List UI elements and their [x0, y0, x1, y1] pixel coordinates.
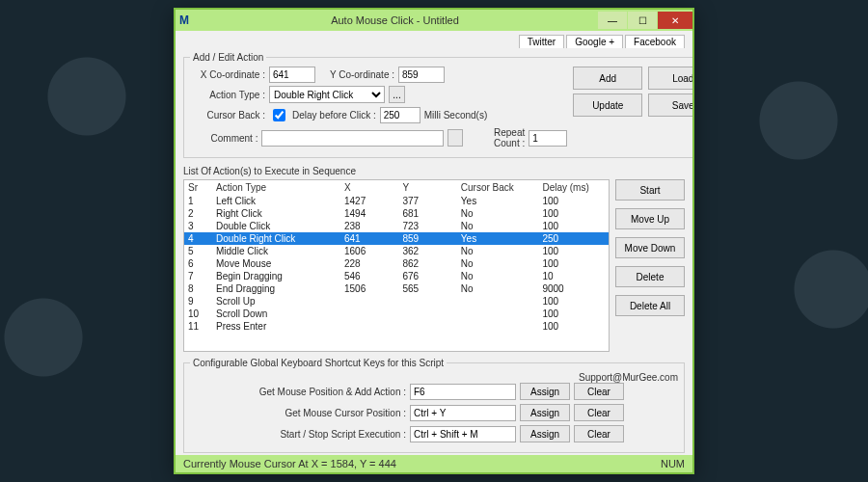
cursor-back-checkbox[interactable]: [273, 109, 285, 121]
start-button[interactable]: Start: [615, 179, 685, 201]
delay-label: Delay before Click :: [292, 110, 376, 120]
cursor-back-label: Cursor Back :: [190, 110, 265, 120]
delay-unit: Milli Second(s): [424, 110, 488, 120]
table-row[interactable]: 8End Dragging1506565No9000: [184, 282, 609, 295]
x-coord-input[interactable]: [269, 67, 315, 83]
y-coord-label: Y Co-ordinate :: [319, 69, 394, 80]
support-link[interactable]: Support@MurGee.com: [190, 372, 678, 383]
load-button[interactable]: Load: [648, 67, 692, 90]
table-row[interactable]: 6Move Mouse228862No100: [184, 257, 609, 270]
add-button[interactable]: Add: [573, 67, 642, 90]
tab-twitter[interactable]: Twitter: [519, 35, 564, 48]
shortcut-label: Get Mouse Cursor Position :: [244, 408, 406, 418]
repeat-label: Repeat Count :: [467, 127, 526, 148]
status-cursor-pos: Currently Mouse Cursor At X = 1584, Y = …: [183, 458, 396, 469]
action-list[interactable]: SrAction TypeXYCursor BackDelay (ms) 1Le…: [183, 179, 610, 352]
add-edit-action-group: Add / Edit Action X Co-ordinate : Y Co-o…: [183, 52, 692, 158]
table-row[interactable]: 11Press Enter100: [184, 320, 609, 333]
status-numlock: NUM: [661, 458, 685, 469]
assign-button[interactable]: Assign: [520, 404, 570, 421]
table-row[interactable]: 9Scroll Up100: [184, 295, 609, 308]
x-coord-label: X Co-ordinate :: [190, 69, 265, 80]
shortcuts-group: Configurable Global Keyboard Shortcut Ke…: [183, 358, 685, 453]
action-type-more-button[interactable]: ...: [389, 86, 405, 103]
table-row[interactable]: 10Scroll Down100: [184, 308, 609, 320]
tab-facebook[interactable]: Facebook: [625, 35, 685, 48]
table-row[interactable]: 3Double Click238723No100: [184, 220, 609, 232]
minimize-button[interactable]: —: [598, 12, 627, 29]
col-header[interactable]: Cursor Back: [457, 180, 539, 195]
list-title: List Of Action(s) to Execute in Sequence: [183, 166, 685, 176]
clear-button[interactable]: Clear: [574, 404, 624, 421]
shortcut-input[interactable]: [410, 426, 516, 442]
comment-label: Comment :: [190, 133, 258, 144]
delete-button[interactable]: Delete: [615, 266, 685, 287]
tab-googleplus[interactable]: Google +: [566, 35, 623, 48]
action-type-label: Action Type :: [190, 90, 265, 100]
table-row[interactable]: 7Begin Dragging546676No10: [184, 270, 609, 282]
app-icon: M: [176, 13, 193, 27]
delete-all-button[interactable]: Delete All: [615, 295, 685, 316]
y-coord-input[interactable]: [398, 67, 445, 83]
shortcut-input[interactable]: [410, 405, 516, 421]
assign-button[interactable]: Assign: [520, 383, 570, 400]
status-bar: Currently Mouse Cursor At X = 1584, Y = …: [176, 455, 692, 472]
move-up-button[interactable]: Move Up: [615, 208, 685, 229]
update-button[interactable]: Update: [573, 94, 642, 117]
col-header[interactable]: Y: [398, 180, 456, 195]
shortcut-label: Get Mouse Position & Add Action :: [244, 387, 406, 397]
delay-input[interactable]: [380, 107, 420, 123]
assign-button[interactable]: Assign: [520, 425, 570, 442]
clear-button[interactable]: Clear: [574, 383, 624, 400]
table-row[interactable]: 1Left Click1427377Yes100: [184, 195, 609, 207]
repeat-input[interactable]: [529, 130, 567, 147]
shortcuts-legend: Configurable Global Keyboard Shortcut Ke…: [190, 358, 447, 368]
action-type-select[interactable]: Double Right Click: [269, 86, 385, 103]
move-down-button[interactable]: Move Down: [615, 237, 685, 258]
table-row[interactable]: 4Double Right Click641859Yes250: [184, 232, 609, 245]
col-header[interactable]: Action Type: [212, 180, 340, 195]
comment-input[interactable]: [261, 130, 444, 147]
save-button[interactable]: Save: [648, 94, 692, 117]
shortcut-label: Start / Stop Script Execution :: [244, 429, 406, 440]
table-row[interactable]: 2Right Click1494681No100: [184, 207, 609, 220]
app-window: M Auto Mouse Click - Untitled — ☐ ✕ Twit…: [174, 8, 694, 474]
col-header[interactable]: Delay (ms): [538, 180, 609, 195]
shortcut-input[interactable]: [410, 384, 516, 400]
col-header[interactable]: Sr: [184, 180, 212, 195]
col-header[interactable]: X: [340, 180, 398, 195]
social-tabs: Twitter Google + Facebook: [183, 35, 685, 48]
clear-button[interactable]: Clear: [574, 425, 624, 442]
window-title: Auto Mouse Click - Untitled: [193, 14, 597, 26]
titlebar[interactable]: M Auto Mouse Click - Untitled — ☐ ✕: [176, 10, 692, 31]
table-row[interactable]: 5Middle Click1606362No100: [184, 245, 609, 257]
comment-picker-button[interactable]: [448, 129, 463, 147]
close-button[interactable]: ✕: [658, 12, 692, 29]
add-edit-legend: Add / Edit Action: [190, 52, 266, 63]
maximize-button[interactable]: ☐: [628, 12, 657, 29]
